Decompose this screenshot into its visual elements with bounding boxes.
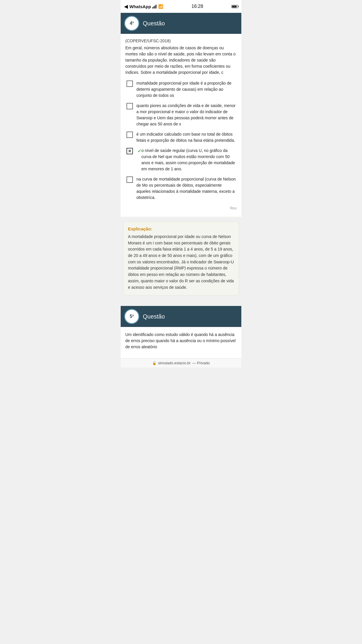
question4-superscript: a bbox=[132, 21, 134, 24]
url-label: simulado.estacio.br bbox=[158, 361, 191, 365]
option-a-checkbox[interactable] bbox=[126, 80, 133, 87]
lock-icon: 🔒 bbox=[152, 361, 157, 365]
bottom-bar: 🔒 simulado.estacio.br — Privado bbox=[121, 358, 241, 368]
explanation-label: Explicação: bbox=[128, 226, 234, 231]
question4-number: 4a bbox=[130, 21, 134, 26]
result-label: Res bbox=[125, 205, 237, 213]
question4-content: (COPERVE/UFSC-2018) Em geral, números ab… bbox=[121, 34, 241, 217]
explanation-block: Explicação: A mortalidade proporcional p… bbox=[123, 221, 239, 295]
question5-title: Questão bbox=[143, 313, 165, 320]
status-left: ◀ WhatsApp 📶 bbox=[124, 4, 163, 9]
status-time: 16:28 bbox=[191, 4, 203, 9]
option-e-text: na curva de mortalidade proporcional (cu… bbox=[136, 176, 237, 201]
question4-text: Em geral, números absolutos de casos de … bbox=[125, 45, 237, 76]
status-right bbox=[231, 5, 238, 8]
question4-badge: 4a bbox=[124, 16, 139, 31]
option-b-row[interactable]: quanto piores as condições de vida e de … bbox=[125, 103, 237, 127]
back-arrow-icon[interactable]: ◀ bbox=[124, 4, 128, 9]
question5-content: Um identificado como estudo válido é qua… bbox=[121, 327, 241, 358]
question4-title: Questão bbox=[143, 20, 165, 27]
question5-superscript: a bbox=[132, 314, 134, 317]
correct-mark-icon: ✔ bbox=[138, 148, 141, 154]
option-d-row[interactable]: ✕ ✔ o nível de saúde regular (curva U, n… bbox=[125, 148, 237, 172]
status-bar: ◀ WhatsApp 📶 16:28 bbox=[121, 0, 241, 13]
option-c-text: é um indicador calculado com base no tot… bbox=[136, 131, 237, 144]
question-separator bbox=[121, 300, 241, 306]
option-a-row[interactable]: mortalidade proporcional por idade é a p… bbox=[125, 80, 237, 99]
option-e-checkbox[interactable] bbox=[126, 176, 133, 183]
option-d-checkbox[interactable]: ✕ bbox=[126, 148, 133, 154]
question5-number: 5a bbox=[130, 314, 134, 319]
privacy-label: — Privado bbox=[192, 361, 210, 365]
question5-header: 5a Questão bbox=[121, 306, 241, 327]
option-b-text: quanto piores as condições de vida e de … bbox=[136, 103, 237, 127]
question5-text: Um identificado como estudo válido é qua… bbox=[125, 332, 237, 350]
option-a-text: mortalidade proporcional por idade é a p… bbox=[136, 80, 237, 99]
wifi-icon: 📶 bbox=[158, 4, 163, 9]
option-c-row[interactable]: é um indicador calculado com base no tot… bbox=[125, 131, 237, 144]
explanation-text: A mortalidade proporcional por idade ou … bbox=[128, 234, 234, 290]
option-e-row[interactable]: na curva de mortalidade proporcional (cu… bbox=[125, 176, 237, 201]
option-b-checkbox[interactable] bbox=[126, 103, 133, 109]
option-c-checkbox[interactable] bbox=[126, 132, 133, 138]
question5-badge: 5a bbox=[124, 309, 139, 324]
battery-icon bbox=[231, 5, 238, 8]
question4-source: (COPERVE/UFSC-2018) bbox=[125, 38, 237, 43]
carrier-label: WhatsApp bbox=[129, 4, 151, 9]
signal-icon bbox=[152, 5, 157, 8]
option-d-text: o nível de saúde regular (curva U, no gr… bbox=[141, 148, 237, 172]
question4-header: 4a Questão bbox=[121, 13, 241, 34]
